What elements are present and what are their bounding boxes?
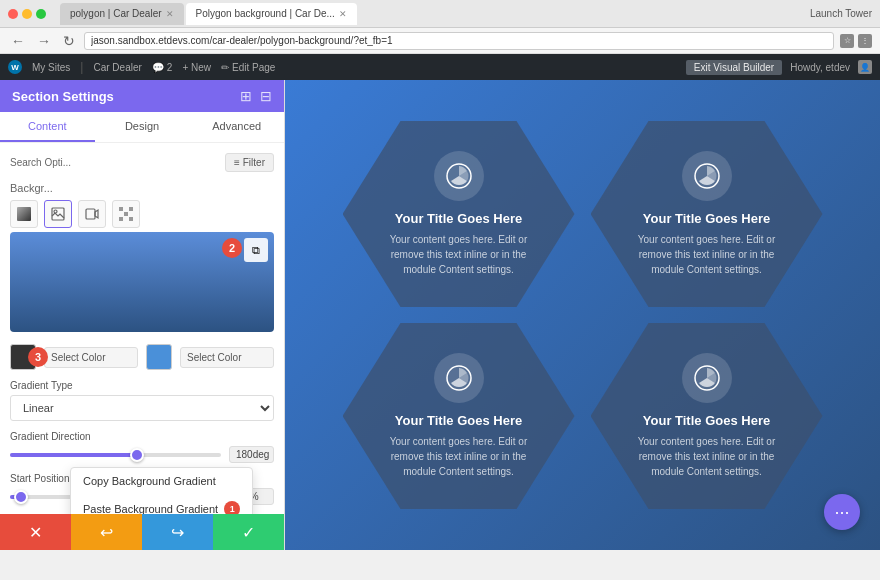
gradient-type-group: Gradient Type Linear [10,380,274,421]
gradient-type-select[interactable]: Linear [10,395,274,421]
sidebar-tabs: Content Design Advanced [0,112,284,143]
step-badge-2: 2 [222,238,242,258]
tab-1-close[interactable]: ✕ [166,9,174,19]
hex-card-3: Your Title Goes Here Your content goes h… [591,323,823,509]
hex-icon-2 [434,353,484,403]
background-section-label: Backgr... [10,182,274,194]
forward-button[interactable]: → [34,33,54,49]
tab-content[interactable]: Content [0,112,95,142]
fab-button[interactable]: ··· [824,494,860,530]
slider-track [10,453,137,457]
howdy-text: Howdy, etdev [790,62,850,73]
slider-thumb[interactable] [130,448,144,462]
hex-card-0: Your Title Goes Here Your content goes h… [343,121,575,307]
browser-chrome: polygon | Car Dealer ✕ Polygon backgroun… [0,0,880,54]
paste-gradient-item[interactable]: Paste Background Gradient 1 [71,494,252,514]
hexagon-grid: Your Title Goes Here Your content goes h… [343,121,823,509]
bookmark-icon[interactable]: ☆ [840,34,854,48]
wp-logo: W [8,60,22,74]
select-color-button-2[interactable]: Select Color [180,347,274,368]
wp-admin-right: Exit Visual Builder Howdy, etdev 👤 [686,60,872,75]
gradient-direction-label: Gradient Direction [10,431,274,442]
url-input[interactable] [84,32,834,50]
comments-icon: 💬 [152,62,164,73]
new-item[interactable]: + New [182,62,211,73]
hex-text-0: Your content goes here. Edit or remove t… [383,232,535,277]
edit-page-label: Edit Page [232,62,275,73]
gradient-direction-slider[interactable] [10,453,221,457]
hex-icon-3 [682,353,732,403]
wp-logo-item[interactable]: W [8,60,22,74]
minimize-dot[interactable] [22,9,32,19]
filter-icon: ≡ [234,157,240,168]
cancel-button[interactable]: ✕ [0,514,71,550]
browser-bar: polygon | Car Dealer ✕ Polygon backgroun… [0,0,880,28]
gradient-direction-value[interactable]: 180deg [229,446,274,463]
hex-title-0: Your Title Goes Here [395,211,522,226]
site-name-item[interactable]: Car Dealer [93,62,141,73]
context-menu: Copy Background Gradient Paste Backgroun… [70,467,253,514]
edit-page-item[interactable]: ✏ Edit Page [221,62,275,73]
filter-button[interactable]: ≡ Filter [225,153,274,172]
comments-item[interactable]: 💬 2 [152,62,173,73]
gradient-preview[interactable]: ⧉ 2 [10,232,274,332]
redo-button[interactable]: ↪ [142,514,213,550]
user-avatar[interactable]: 👤 [858,60,872,74]
hex-card-1: Your Title Goes Here Your content goes h… [591,121,823,307]
grid-icon[interactable]: ⊞ [240,88,252,104]
sidebar: Section Settings ⊞ ⊟ Content Design Adva… [0,80,285,550]
tab-1-label: polygon | Car Dealer [70,8,162,19]
copy-icon: ⧉ [252,244,260,257]
svg-rect-6 [129,207,133,211]
hex-icon-0 [434,151,484,201]
hex-title-2: Your Title Goes Here [395,413,522,428]
new-label: + New [182,62,211,73]
menu-icon[interactable]: ⋮ [858,34,872,48]
tab-2-label: Polygon background | Car De... [196,8,335,19]
tab-design[interactable]: Design [95,112,190,142]
copy-gradient-item[interactable]: Copy Background Gradient [71,468,252,494]
filter-label: Filter [243,157,265,168]
url-action-icons: ☆ ⋮ [840,34,872,48]
svg-rect-4 [119,207,123,211]
hex-card-2: Your Title Goes Here Your content goes h… [343,323,575,509]
site-name-label: Car Dealer [93,62,141,73]
paste-gradient-label: Paste Background Gradient [83,503,218,514]
refresh-button[interactable]: ↻ [60,33,78,49]
window-controls [8,9,46,19]
gradient-direction-group: Gradient Direction 180deg [10,431,274,463]
sidebar-content: Search Opti... ≡ Filter Backgr... [0,143,284,514]
browser-tab-2[interactable]: Polygon background | Car De... ✕ [186,3,357,25]
browser-tab-1[interactable]: polygon | Car Dealer ✕ [60,3,184,25]
exit-builder-button[interactable]: Exit Visual Builder [686,60,782,75]
my-sites-item[interactable]: My Sites [32,62,70,73]
video-icon[interactable] [78,200,106,228]
hex-text-1: Your content goes here. Edit or remove t… [631,232,783,277]
start-thumb[interactable] [14,490,28,504]
step-badge-3: 3 [28,347,48,367]
pattern-icon[interactable] [112,200,140,228]
browser-tabs: polygon | Car Dealer ✕ Polygon backgroun… [60,3,357,25]
color-swatch-blue[interactable] [146,344,172,370]
hex-icon-1 [682,151,732,201]
back-button[interactable]: ← [8,33,28,49]
close-dot[interactable] [8,9,18,19]
gradient-direction-slider-row: 180deg [10,446,274,463]
undo-button[interactable]: ↩ [71,514,142,550]
gradient-copy-button[interactable]: ⧉ [244,238,268,262]
gradient-icon[interactable] [10,200,38,228]
image-icon[interactable] [44,200,72,228]
maximize-dot[interactable] [36,9,46,19]
tab-2-close[interactable]: ✕ [339,9,347,19]
pencil-icon: ✏ [221,62,229,73]
svg-rect-3 [86,209,95,219]
paste-badge: 1 [224,501,240,514]
svg-rect-5 [124,212,128,216]
sidebar-title: Section Settings [12,89,114,104]
save-button[interactable]: ✓ [213,514,284,550]
color-preview-icons-row [10,200,274,228]
tab-advanced[interactable]: Advanced [189,112,284,142]
hex-text-2: Your content goes here. Edit or remove t… [383,434,535,479]
select-color-button-1[interactable]: Select Color [44,347,138,368]
columns-icon[interactable]: ⊟ [260,88,272,104]
